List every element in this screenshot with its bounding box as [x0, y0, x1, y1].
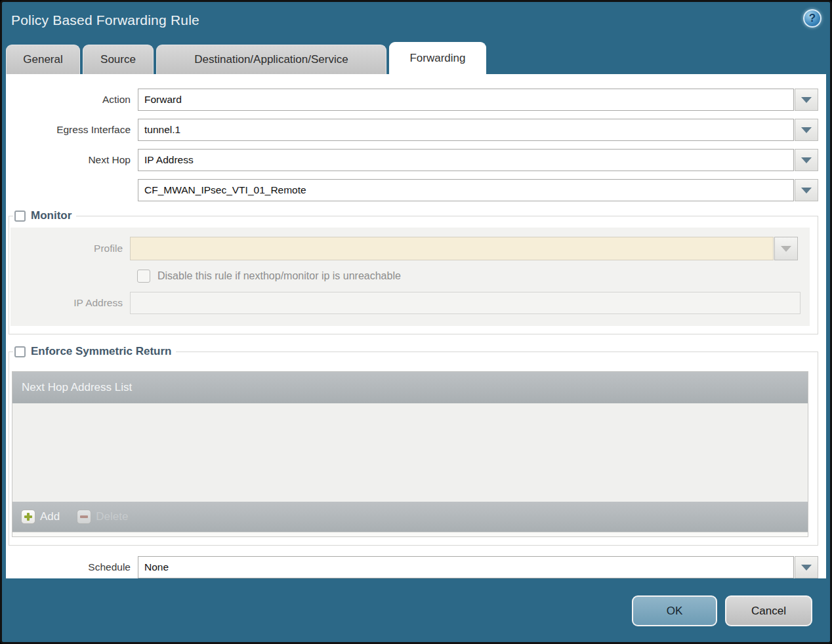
chevron-down-icon	[801, 127, 812, 133]
profile-select	[130, 237, 774, 260]
next-hop-row: Next Hop IP Address	[9, 149, 818, 171]
dialog-titlebar: Policy Based Forwarding Rule ?	[2, 2, 830, 40]
enforce-symmetric-return-checkbox[interactable]	[14, 346, 26, 357]
monitor-legend: Monitor	[13, 209, 76, 222]
add-button-label: Add	[40, 510, 60, 523]
delete-button-label: Delete	[96, 510, 128, 523]
plus-icon	[21, 510, 35, 524]
enforce-symmetric-return-fieldset: Enforce Symmetric Return Next Hop Addres…	[9, 345, 818, 546]
monitor-ip-row: IP Address	[10, 292, 801, 314]
schedule-label: Schedule	[9, 561, 138, 573]
action-select[interactable]: Forward	[138, 89, 794, 111]
next-hop-address-list-body[interactable]	[12, 403, 808, 502]
tab-general[interactable]: General	[6, 45, 80, 74]
monitor-panel: Profile Disable this rule if nexthop/mon…	[10, 228, 810, 326]
tab-source[interactable]: Source	[83, 45, 154, 74]
monitor-ip-label: IP Address	[10, 297, 130, 309]
dialog-title: Policy Based Forwarding Rule	[11, 12, 199, 28]
ok-button[interactable]: OK	[632, 595, 717, 626]
tab-destination-application-service[interactable]: Destination/Application/Service	[156, 45, 386, 74]
profile-label: Profile	[10, 243, 130, 254]
chevron-down-icon	[801, 565, 812, 571]
schedule-select[interactable]: None	[138, 556, 794, 578]
egress-interface-label: Egress Interface	[9, 124, 138, 136]
forwarding-tab-panel: Action Forward Egress Interface tunnel.1…	[6, 74, 826, 578]
next-hop-address-table: Next Hop Address List Add Delete	[12, 371, 808, 537]
help-icon[interactable]: ?	[803, 9, 822, 28]
monitor-legend-label: Monitor	[31, 209, 72, 222]
next-hop-address-list-header-label: Next Hop Address List	[22, 381, 132, 394]
cancel-button[interactable]: Cancel	[725, 595, 812, 626]
egress-interface-select[interactable]: tunnel.1	[138, 119, 794, 141]
schedule-dropdown-button[interactable]	[795, 556, 818, 578]
tab-source-label: Source	[100, 53, 136, 66]
tab-bar: General Source Destination/Application/S…	[6, 40, 826, 74]
chevron-down-icon	[801, 157, 812, 163]
monitor-ip-input	[130, 292, 801, 314]
next-hop-address-list-header: Next Hop Address List	[12, 372, 808, 403]
tab-general-label: General	[23, 53, 62, 66]
action-row: Action Forward	[9, 89, 818, 111]
schedule-row: Schedule None	[9, 556, 818, 578]
next-hop-label: Next Hop	[9, 154, 138, 166]
add-button[interactable]: Add	[21, 510, 60, 524]
disable-rule-label: Disable this rule if nexthop/monitor ip …	[157, 270, 401, 282]
action-label: Action	[9, 94, 138, 106]
egress-interface-dropdown-button[interactable]	[795, 119, 818, 141]
action-dropdown-button[interactable]	[795, 89, 818, 111]
cancel-button-label: Cancel	[751, 605, 786, 618]
help-glyph: ?	[809, 12, 816, 25]
minus-icon	[77, 510, 91, 524]
next-hop-address-select[interactable]: CF_MWAN_IPsec_VTI_01_Remote	[138, 179, 794, 201]
monitor-fieldset: Monitor Profile Disable this rule if nex…	[9, 209, 818, 334]
enforce-legend-label: Enforce Symmetric Return	[31, 345, 171, 358]
next-hop-address-row: CF_MWAN_IPsec_VTI_01_Remote	[9, 179, 818, 201]
disable-rule-row: Disable this rule if nexthop/monitor ip …	[137, 270, 801, 283]
profile-dropdown-button	[774, 237, 798, 260]
next-hop-type-dropdown-button[interactable]	[795, 149, 818, 171]
next-hop-address-dropdown-button[interactable]	[795, 179, 818, 201]
chevron-down-icon	[801, 188, 812, 193]
chevron-down-icon	[781, 246, 791, 252]
next-hop-address-list-toolbar: Add Delete	[12, 502, 808, 532]
ok-button-label: OK	[667, 605, 683, 618]
chevron-down-icon	[801, 97, 812, 103]
pbf-rule-dialog: Policy Based Forwarding Rule ? General S…	[0, 0, 832, 644]
monitor-checkbox[interactable]	[14, 211, 26, 222]
tab-forwarding[interactable]: Forwarding	[389, 42, 486, 74]
tab-forwarding-label: Forwarding	[409, 52, 465, 65]
dialog-footer: OK Cancel	[2, 578, 830, 642]
table-bottom-strip	[12, 532, 808, 536]
delete-button: Delete	[77, 510, 128, 524]
next-hop-type-select[interactable]: IP Address	[138, 149, 794, 171]
egress-interface-row: Egress Interface tunnel.1	[9, 119, 818, 141]
disable-rule-checkbox	[137, 270, 150, 283]
profile-row: Profile	[10, 237, 801, 260]
tab-destination-label: Destination/Application/Service	[194, 53, 348, 66]
enforce-legend: Enforce Symmetric Return	[13, 345, 176, 358]
